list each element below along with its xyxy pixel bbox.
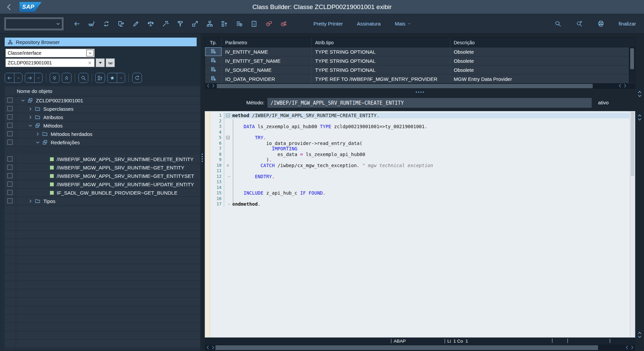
code-line[interactable]: 5 TRY. — [210, 135, 630, 141]
code-line[interactable]: 8 es_data = ls_zexemplo_api_hub00 — [210, 152, 630, 157]
code-text[interactable]: IMPORTING — [232, 146, 630, 152]
tree-checkbox[interactable] — [7, 182, 12, 187]
scroll-left-right-icons[interactable] — [618, 84, 627, 88]
chevron-down-icon[interactable] — [20, 98, 26, 103]
code-text[interactable] — [232, 185, 630, 191]
fold-collapse-icon[interactable] — [226, 136, 230, 139]
class-hierarchy-button[interactable] — [204, 18, 215, 30]
code-text[interactable]: method /IWBEP/IF_MGW_APPL_SRV_RUNTIME~CR… — [232, 113, 630, 118]
parameter-description-cell[interactable]: Obsolete — [450, 47, 635, 56]
parameter-row[interactable]: IV_ENTITY_SET_NAMETYPE STRING OPTIONALOb… — [205, 56, 635, 65]
tree-checkbox[interactable] — [7, 106, 12, 111]
tree-checkbox[interactable] — [7, 198, 12, 203]
code-text[interactable]: CATCH /iwbep/cx_mgw_tech_exception. " mg… — [232, 163, 630, 168]
parameter-type-cell[interactable] — [205, 65, 222, 74]
pattern-wand-button[interactable] — [160, 18, 171, 30]
refresh-tree-button[interactable] — [132, 73, 142, 83]
find-object-button[interactable] — [79, 73, 88, 83]
search-icon[interactable] — [79, 73, 88, 83]
chevron-right-icon[interactable] — [28, 106, 33, 112]
parameter-type-cell[interactable] — [205, 74, 222, 83]
tree-checkbox[interactable] — [7, 190, 12, 195]
goto-expand-button[interactable] — [189, 18, 201, 30]
code-line[interactable]: 11 — [210, 168, 630, 174]
value-help-dropdown-button[interactable] — [96, 58, 105, 67]
refresh-icon[interactable] — [133, 73, 142, 83]
parameter-typing-cell[interactable]: TYPE STRING OPTIONAL — [312, 65, 450, 74]
search-button[interactable] — [552, 18, 563, 30]
scroll-up-down-icons[interactable] — [638, 114, 642, 121]
code-line[interactable]: 12 ENDTRY. — [210, 174, 630, 180]
display-hierarchy-button[interactable] — [95, 73, 105, 83]
forward-icon[interactable] — [25, 73, 34, 83]
tree-item[interactable]: /IWBEP/IF_MGW_APPL_SRV_RUNTIME~GET_ENTIT… — [5, 163, 200, 172]
consistency-check-button[interactable] — [145, 18, 156, 30]
nav-back-button[interactable] — [5, 73, 22, 83]
tree-checkbox[interactable] — [7, 173, 12, 178]
scrollbar-thumb[interactable] — [631, 112, 634, 176]
parameter-row[interactable]: IV_SOURCE_NAMETYPE STRING OPTIONALObsole… — [205, 65, 635, 74]
code-text[interactable] — [232, 168, 630, 174]
editor-vertical-scrollbar[interactable] — [630, 111, 635, 337]
redefine-up-icon[interactable] — [96, 73, 105, 83]
code-line[interactable]: 7 IMPORTING — [210, 146, 630, 152]
table-vertical-scrollbar[interactable] — [629, 47, 635, 83]
parameter-description-cell[interactable]: Obsolete — [450, 65, 635, 74]
code-line[interactable]: 6 io_data_provider->read_entry_data( — [210, 141, 630, 146]
chevron-down-icon[interactable] — [34, 73, 42, 83]
parameter-name-cell[interactable]: IO_DATA_PROVIDER — [222, 74, 312, 83]
scrollbar-thumb[interactable] — [215, 345, 598, 350]
expand-all-icon[interactable] — [50, 73, 59, 83]
chevron-down-icon[interactable] — [117, 73, 125, 83]
code-text[interactable]: TRY. — [232, 135, 630, 141]
column-header[interactable]: Tp. — [205, 38, 222, 47]
code-text[interactable]: ). — [232, 157, 630, 163]
info-button[interactable] — [248, 18, 260, 30]
parameter-row[interactable]: IV_ENTITY_NAMETYPE STRING OPTIONALObsole… — [205, 47, 635, 56]
parameter-typing-cell[interactable]: TYPE REF TO /IWBEP/IF_MGW_ENTRY_PROVIDER — [312, 74, 450, 83]
tree-item[interactable]: Superclasses — [5, 105, 200, 113]
horizontal-splitter[interactable] — [204, 89, 635, 95]
tree-checkbox[interactable] — [7, 131, 12, 136]
navigate-back-icon[interactable] — [5, 3, 13, 11]
collapse-all-icon[interactable] — [62, 73, 71, 83]
edit-pencil-button[interactable] — [130, 18, 142, 30]
parameter-name-cell[interactable]: IV_SOURCE_NAME — [222, 65, 312, 74]
scroll-up-down-icons[interactable] — [638, 332, 642, 338]
parameter-typing-cell[interactable]: TYPE STRING OPTIONAL — [312, 47, 450, 56]
table-horizontal-scrollbar[interactable] — [205, 83, 635, 89]
scroll-up-down-icons[interactable] — [638, 91, 642, 97]
back-button[interactable] — [71, 18, 83, 30]
command-input[interactable] — [6, 21, 55, 27]
parameter-typing-cell[interactable]: TYPE STRING OPTIONAL — [312, 56, 450, 65]
object-list-button[interactable] — [234, 18, 245, 30]
abap-code-editor[interactable]: 1method /IWBEP/IF_MGW_APPL_SRV_RUNTIME~C… — [205, 111, 635, 338]
command-field[interactable] — [5, 18, 62, 29]
fold-collapse-icon[interactable] — [226, 114, 230, 117]
tree-item[interactable]: Tipos — [5, 197, 200, 205]
test-tool-button[interactable] — [175, 18, 186, 30]
display-glasses-button[interactable] — [106, 58, 115, 67]
copy-object-button[interactable] — [115, 18, 127, 30]
code-line[interactable]: 16 — [210, 196, 630, 202]
tree-item[interactable]: Atributos — [5, 113, 200, 121]
code-line[interactable]: 15 INCLUDE z_api_hub_c IF FOUND. — [210, 190, 630, 196]
scroll-left-right-icons[interactable] — [207, 84, 215, 88]
code-text[interactable]: ENDTRY. — [232, 174, 630, 180]
nav-forward-button[interactable] — [25, 73, 43, 83]
code-text[interactable]: endmethod. — [232, 201, 630, 207]
tree-item[interactable]: /IWBEP/IF_MGW_APPL_SRV_RUNTIME~UPDATE_EN… — [5, 180, 200, 189]
code-line[interactable]: 4 — [210, 130, 630, 135]
code-text[interactable]: DATA ls_zexemplo_api_hub00 TYPE zcldp002… — [232, 124, 630, 130]
scrollbar-thumb[interactable] — [217, 84, 593, 88]
scrollbar-thumb[interactable] — [630, 48, 634, 69]
code-line[interactable]: 10 CATCH /iwbep/cx_mgw_tech_exception. "… — [210, 163, 630, 168]
finalizar-button[interactable]: finalizar — [616, 20, 638, 27]
editor-horizontal-scrollbar[interactable] — [205, 345, 635, 351]
tree-item[interactable]: Métodos herdados — [5, 130, 200, 138]
back-icon[interactable] — [5, 73, 14, 83]
panel-splitter[interactable] — [201, 34, 204, 351]
tree-checkbox[interactable] — [7, 156, 12, 161]
scroll-left-right-icons[interactable] — [206, 345, 214, 350]
mais-button[interactable]: Mais — [393, 20, 413, 27]
